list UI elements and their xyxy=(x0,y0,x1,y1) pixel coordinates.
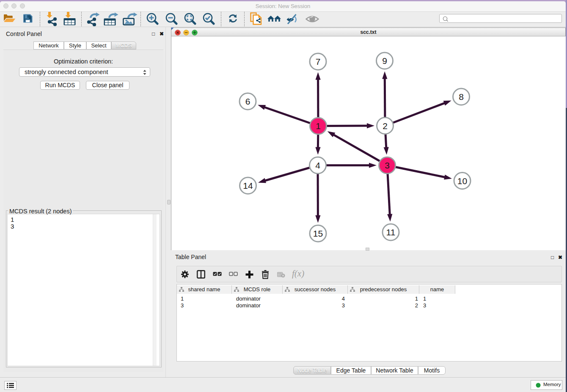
svg-text:11: 11 xyxy=(386,227,396,237)
svg-text:14: 14 xyxy=(243,181,253,190)
svg-text:9: 9 xyxy=(382,56,387,66)
svg-text:10: 10 xyxy=(457,176,467,186)
svg-text:6: 6 xyxy=(245,97,250,106)
svg-text:4: 4 xyxy=(315,160,320,170)
svg-text:1: 1 xyxy=(316,121,321,131)
svg-text:3: 3 xyxy=(385,160,390,170)
svg-text:8: 8 xyxy=(459,92,464,102)
svg-text:15: 15 xyxy=(313,229,323,238)
svg-text:7: 7 xyxy=(316,57,321,66)
svg-text:2: 2 xyxy=(383,121,388,131)
